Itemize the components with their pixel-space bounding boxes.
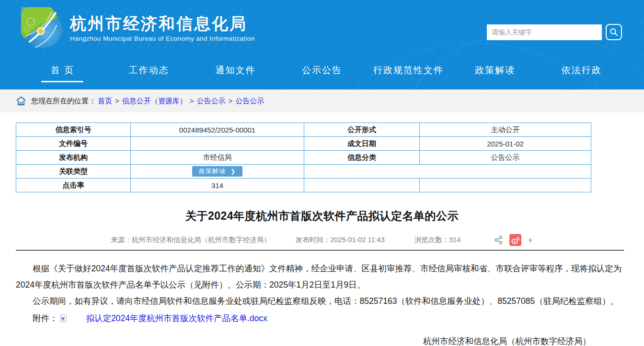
table-label-cell: 信息分类 xyxy=(304,151,420,165)
article-meta: 来源：杭州市经济和信息化局（杭州市数字经济局） 发布时间：2025-01-02 … xyxy=(16,234,628,246)
article-paragraph: 公示期间，如有异议，请向市经信局软件和信息服务业处或驻局纪检监察组反映，电话：8… xyxy=(16,293,628,309)
table-row: 信息索引号002489452/2025-00001公开形式主动公开 xyxy=(16,123,591,137)
policy-interpretation-button[interactable]: 政策解读❯ xyxy=(192,166,242,177)
nav-active-underline xyxy=(41,81,83,82)
table-label-cell: 信息索引号 xyxy=(16,123,131,137)
search-icon xyxy=(609,27,619,37)
view-count: 浏览次数：314 xyxy=(414,235,461,245)
table-value-cell: 市经信局 xyxy=(131,151,304,165)
table-label-cell: 点击率 xyxy=(16,179,131,192)
nav-item-公示公告[interactable]: 公示公告 xyxy=(279,56,366,89)
signature-org: 杭州市经济和信息化局（杭州市数字经济局） xyxy=(16,333,628,346)
main-nav: 首 页工作动态通知文件公示公告行政规范性文件政策解读依法行政 xyxy=(0,56,644,89)
attachment-line: 附件： 拟认定2024年度杭州市首版次软件产品名单.docx xyxy=(16,310,628,326)
table-value-cell xyxy=(304,179,420,192)
article-title: 关于2024年度杭州市首版次软件产品拟认定名单的公示 xyxy=(16,209,628,223)
search-input[interactable] xyxy=(487,24,602,40)
site-logo-icon xyxy=(21,7,63,49)
table-value-cell xyxy=(420,179,591,192)
table-value-cell: 314 xyxy=(131,179,304,192)
nav-item-通知文件[interactable]: 通知文件 xyxy=(192,56,279,89)
article-source: 来源：杭州市经济和信息化局（杭州市数字经济局） xyxy=(111,235,271,245)
table-row: 发布机构市经信局信息分类公告公示 xyxy=(16,151,591,165)
nav-active-underline xyxy=(474,81,516,82)
publish-time: 发布时间：2025-01-02 11:43 xyxy=(296,235,385,245)
nav-item-依法行政[interactable]: 依法行政 xyxy=(538,56,625,89)
table-label-cell: 关联类型 xyxy=(16,165,131,179)
nav-active-underline xyxy=(301,81,343,82)
weibo-share-icon[interactable] xyxy=(509,234,521,246)
header-top: 杭州市经济和信息化局 Hangzhou Municipal Bureau of … xyxy=(0,0,644,56)
table-label-cell: 成文日期 xyxy=(304,137,420,151)
breadcrumb-prefix: 您现在所在的位置： xyxy=(31,97,96,106)
breadcrumb-separator: > xyxy=(229,97,233,105)
nav-item-label: 工作动态 xyxy=(129,64,169,77)
breadcrumb: 您现在所在的位置： 首页>信息公开（资源库）>公告公示>公告公示 xyxy=(0,89,644,112)
nav-item-工作动态[interactable]: 工作动态 xyxy=(106,56,193,89)
nav-item-label: 行政规范性文件 xyxy=(373,64,444,77)
table-value-cell: 公告公示 xyxy=(420,151,591,165)
main-content: 信息索引号002489452/2025-00001公开形式主动公开文件编号成文日… xyxy=(0,123,644,346)
nav-item-label: 通知文件 xyxy=(215,64,255,77)
table-value-cell xyxy=(131,137,304,151)
breadcrumb-link[interactable]: 公告公示 xyxy=(197,97,226,105)
breadcrumb-link[interactable]: 首页 xyxy=(98,97,112,105)
nav-item-行政规范性文件[interactable]: 行政规范性文件 xyxy=(365,56,452,89)
site-header: 杭州市经济和信息化局 Hangzhou Municipal Bureau of … xyxy=(0,0,644,89)
nav-item-label: 依法行政 xyxy=(562,64,602,77)
table-label-cell: 发布机构 xyxy=(16,151,131,165)
nav-active-underline xyxy=(561,81,603,82)
table-label-cell: 文件编号 xyxy=(16,137,131,151)
home-icon xyxy=(16,96,26,106)
article-paragraph: 根据《关于做好2024年度首版次软件产品认定推荐工作的通知》文件精神，经企业申请… xyxy=(16,260,628,293)
table-row: 文件编号成文日期2025-01-02 xyxy=(16,137,591,151)
info-table-body: 信息索引号002489452/2025-00001公开形式主动公开文件编号成文日… xyxy=(16,123,591,192)
breadcrumb-link[interactable]: 信息公开（资源库） xyxy=(122,97,187,105)
more-share-icon[interactable]: + xyxy=(527,235,533,245)
breadcrumb-separator: > xyxy=(190,97,194,105)
share-icon[interactable] xyxy=(493,235,504,246)
nav-item-label: 首 页 xyxy=(51,64,74,77)
meta-divider xyxy=(16,250,624,251)
table-row: 点击率314 xyxy=(16,179,591,192)
attachment-label: 附件： xyxy=(16,310,58,326)
word-doc-icon xyxy=(60,314,67,323)
share-icons: + xyxy=(493,234,533,246)
site-logo-link[interactable]: 杭州市经济和信息化局 Hangzhou Municipal Bureau of … xyxy=(21,7,255,49)
article-body: 根据《关于做好2024年度首版次软件产品认定推荐工作的通知》文件精神，经企业申请… xyxy=(16,260,628,309)
nav-item-label: 公示公告 xyxy=(302,64,342,77)
attachment-link[interactable]: 拟认定2024年度杭州市首版次软件产品名单.docx xyxy=(69,310,267,326)
table-value-cell xyxy=(304,165,591,179)
breadcrumb-links: 首页>信息公开（资源库）>公告公示>公告公示 xyxy=(98,97,264,106)
breadcrumb-link[interactable]: 公告公示 xyxy=(235,97,264,105)
table-value-cell: 主动公开 xyxy=(420,123,591,137)
nav-item-首页[interactable]: 首 页 xyxy=(19,56,106,89)
search-area xyxy=(487,24,622,40)
table-row: 关联类型政策解读❯ xyxy=(16,165,591,179)
breadcrumb-separator: > xyxy=(115,97,119,105)
document-info-table: 信息索引号002489452/2025-00001公开形式主动公开文件编号成文日… xyxy=(16,123,591,192)
nav-item-政策解读[interactable]: 政策解读 xyxy=(452,56,539,89)
search-button[interactable] xyxy=(606,24,622,40)
table-value-cell: 002489452/2025-00001 xyxy=(131,123,304,137)
site-title: 杭州市经济和信息化局 xyxy=(70,14,255,33)
site-titles: 杭州市经济和信息化局 Hangzhou Municipal Bureau of … xyxy=(70,14,255,42)
nav-item-label: 政策解读 xyxy=(475,64,515,77)
nav-active-underline xyxy=(214,81,256,82)
chevron-right-icon: ❯ xyxy=(230,168,236,175)
nav-active-underline xyxy=(128,81,170,82)
table-value-cell: 政策解读❯ xyxy=(131,165,304,179)
site-subtitle: Hangzhou Municipal Bureau of Economy and… xyxy=(70,35,255,42)
article-signature: 杭州市经济和信息化局（杭州市数字经济局） 2025年1月2日 xyxy=(16,333,628,346)
table-label-cell: 公开形式 xyxy=(304,123,420,137)
nav-active-underline xyxy=(388,81,430,82)
table-value-cell: 2025-01-02 xyxy=(420,137,591,151)
